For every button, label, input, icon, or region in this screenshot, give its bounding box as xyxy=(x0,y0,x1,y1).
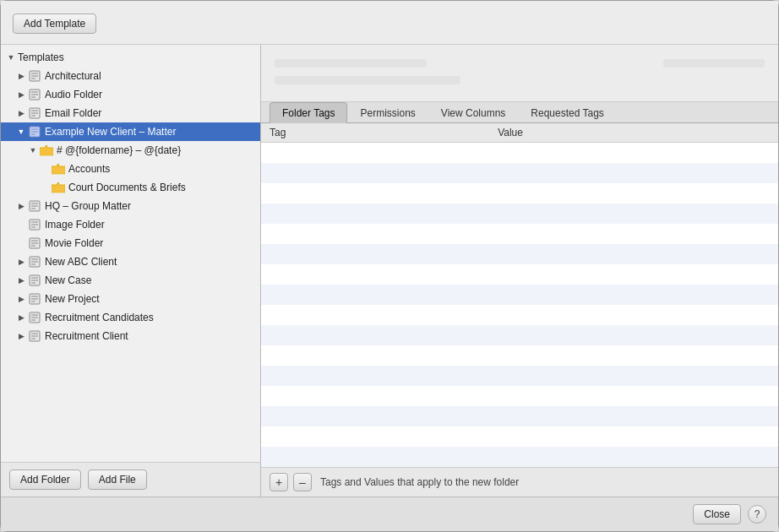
left-panel: ▼Templates▶ Architectural▶ Audio Folder▶… xyxy=(1,45,261,497)
table-row xyxy=(261,426,778,447)
tree-item-court-docs[interactable]: Court Documents & Briefs xyxy=(1,178,260,197)
table-row xyxy=(261,325,778,345)
disclosure-accounts xyxy=(40,164,50,174)
blurred-line-2 xyxy=(663,59,765,68)
tree-item-label-new-abc-client: New ABC Client xyxy=(45,254,117,269)
tree-item-label-accounts: Accounts xyxy=(68,161,110,176)
tree-container[interactable]: ▼Templates▶ Architectural▶ Audio Folder▶… xyxy=(1,45,260,462)
tag-cell xyxy=(261,204,489,224)
tree-item-audio-folder[interactable]: ▶ Audio Folder xyxy=(1,85,260,104)
disclosure-image-folder xyxy=(16,220,26,230)
right-footer: + – Tags and Values that apply to the ne… xyxy=(261,467,778,497)
disclosure-new-project[interactable]: ▶ xyxy=(16,294,26,304)
disclosure-recruitment-candidates[interactable]: ▶ xyxy=(16,312,26,323)
remove-tag-button[interactable]: – xyxy=(293,473,312,491)
blurred-header xyxy=(261,45,778,102)
tree-item-new-case[interactable]: ▶ New Case xyxy=(1,271,260,290)
col-value: Value xyxy=(489,123,778,143)
blurred-line-3 xyxy=(275,76,460,84)
tag-cell xyxy=(261,386,489,406)
tree-item-label-email-folder: Email Folder xyxy=(45,106,101,121)
folder-icon-accounts xyxy=(52,164,65,175)
disclosure-root[interactable]: ▼ xyxy=(6,52,16,62)
disclosure-audio-folder[interactable]: ▶ xyxy=(16,90,26,100)
value-cell xyxy=(489,143,778,163)
tree-item-label-recruitment-candidates: Recruitment Candidates xyxy=(45,310,154,325)
folder-icon-movie-folder xyxy=(28,238,41,249)
tree-item-label-movie-folder: Movie Folder xyxy=(45,236,103,251)
dialog: Add Template ▼Templates▶ Architectural▶ … xyxy=(0,0,779,532)
blurred-line-1 xyxy=(275,59,427,68)
tag-cell xyxy=(261,183,489,204)
col-tag: Tag xyxy=(261,123,489,143)
tab-requested-tags[interactable]: Requested Tags xyxy=(518,102,617,123)
tree-item-email-folder[interactable]: ▶ Email Folder xyxy=(1,104,260,122)
table-header: Tag Value xyxy=(261,123,778,143)
main-content: ▼Templates▶ Architectural▶ Audio Folder▶… xyxy=(1,45,778,497)
tree-item-label-image-folder: Image Folder xyxy=(45,217,105,232)
folder-icon-hq-group xyxy=(28,201,41,212)
add-folder-button[interactable]: Add Folder xyxy=(9,470,81,490)
tree-item-architectural[interactable]: ▶ Architectural xyxy=(1,67,260,85)
tree-item-new-project[interactable]: ▶ New Project xyxy=(1,290,260,308)
folder-icon-recruitment-client xyxy=(28,331,41,342)
value-cell xyxy=(489,183,778,204)
tab-view-columns[interactable]: View Columns xyxy=(428,102,518,123)
disclosure-email-folder[interactable]: ▶ xyxy=(16,108,26,118)
tree-item-hq-group[interactable]: ▶ HQ – Group Matter xyxy=(1,197,260,215)
tab-folder-tags[interactable]: Folder Tags xyxy=(270,102,347,123)
tag-table: Tag Value xyxy=(261,123,778,467)
tag-cell xyxy=(261,163,489,183)
folder-icon-image-folder xyxy=(28,220,41,231)
tree-item-label-new-case: New Case xyxy=(45,273,91,288)
value-cell xyxy=(489,345,778,366)
tag-cell xyxy=(261,244,489,264)
tree-item-label-new-project: New Project xyxy=(45,291,100,307)
tree-item-image-folder[interactable]: Image Folder xyxy=(1,215,260,234)
tree-item-accounts[interactable]: Accounts xyxy=(1,160,260,178)
tag-cell xyxy=(261,264,489,285)
tree-item-movie-folder[interactable]: Movie Folder xyxy=(1,234,260,252)
disclosure-recruitment-client[interactable]: ▶ xyxy=(16,331,26,341)
tree-item-label-court-docs: Court Documents & Briefs xyxy=(68,180,186,195)
close-button[interactable]: Close xyxy=(693,504,741,524)
table-row xyxy=(261,244,778,264)
table-row xyxy=(261,264,778,285)
table-row xyxy=(261,143,778,163)
tree-item-recruitment-client[interactable]: ▶ Recruitment Client xyxy=(1,327,260,345)
tag-cell xyxy=(261,305,489,325)
tab-permissions[interactable]: Permissions xyxy=(347,102,428,123)
disclosure-new-case[interactable]: ▶ xyxy=(16,275,26,285)
tag-cell xyxy=(261,447,489,467)
tree-item-label-audio-folder: Audio Folder xyxy=(45,87,102,102)
tag-cell xyxy=(261,406,489,426)
add-file-button[interactable]: Add File xyxy=(88,470,147,490)
add-tag-button[interactable]: + xyxy=(270,473,288,491)
tree-item-label-foldername-date: # @{foldername} – @{date} xyxy=(57,143,181,158)
disclosure-new-abc-client[interactable]: ▶ xyxy=(16,257,26,267)
disclosure-architectural[interactable]: ▶ xyxy=(16,71,26,81)
tree-item-foldername-date[interactable]: ▼ # @{foldername} – @{date} xyxy=(1,141,260,160)
tag-cell xyxy=(261,224,489,244)
table-row xyxy=(261,285,778,305)
table-row xyxy=(261,183,778,204)
table-row xyxy=(261,305,778,325)
folder-icon-foldername-date xyxy=(40,145,53,156)
help-button[interactable]: ? xyxy=(748,505,766,524)
folder-icon-new-abc-client xyxy=(28,257,41,268)
add-template-button[interactable]: Add Template xyxy=(13,14,96,34)
tree-item-recruitment-candidates[interactable]: ▶ Recruitment Candidates xyxy=(1,308,260,327)
disclosure-foldername-date[interactable]: ▼ xyxy=(28,145,38,155)
value-cell xyxy=(489,305,778,325)
folder-icon-architectural xyxy=(28,71,41,82)
dialog-footer: Close ? xyxy=(1,497,778,531)
tree-item-example-new-client[interactable]: ▼ Example New Client – Matter xyxy=(1,122,260,141)
table-row xyxy=(261,366,778,386)
value-cell xyxy=(489,447,778,467)
folder-icon-audio-folder xyxy=(28,90,41,100)
tree-item-new-abc-client[interactable]: ▶ New ABC Client xyxy=(1,252,260,271)
disclosure-hq-group[interactable]: ▶ xyxy=(16,201,26,211)
disclosure-example-new-client[interactable]: ▼ xyxy=(16,127,26,137)
table-row xyxy=(261,345,778,366)
tree-item-root[interactable]: ▼Templates xyxy=(1,48,260,67)
